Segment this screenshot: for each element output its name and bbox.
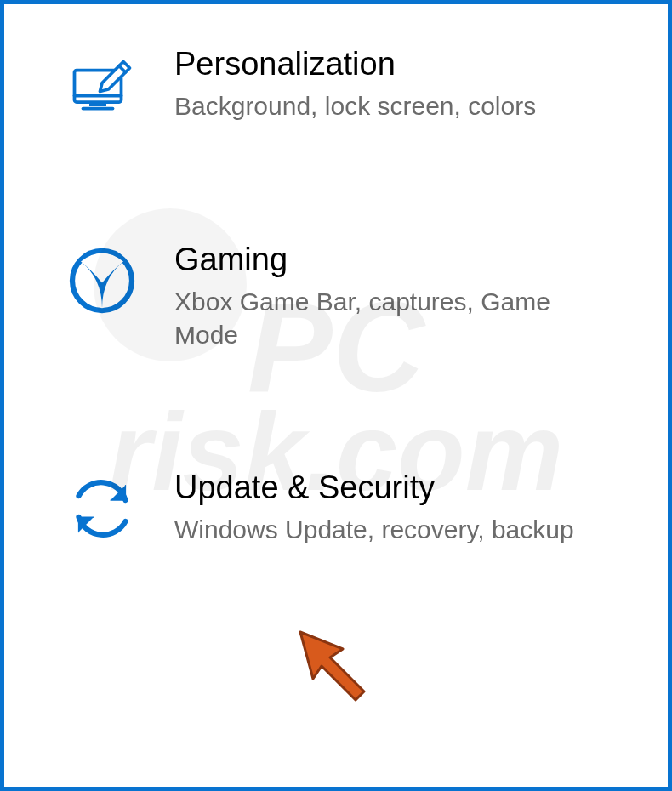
- item-title: Personalization: [174, 47, 634, 83]
- text-wrap: Update & Security Windows Update, recove…: [174, 470, 634, 546]
- text-wrap: Personalization Background, lock screen,…: [174, 47, 634, 122]
- item-title: Gaming: [174, 242, 634, 278]
- settings-item-update-security[interactable]: Update & Security Windows Update, recove…: [64, 470, 634, 547]
- item-desc: Background, lock screen, colors: [174, 89, 583, 122]
- text-wrap: Gaming Xbox Game Bar, captures, Game Mod…: [174, 242, 634, 351]
- settings-item-personalization[interactable]: Personalization Background, lock screen,…: [64, 47, 634, 123]
- item-title: Update & Security: [174, 470, 634, 506]
- update-security-icon: [64, 470, 140, 547]
- item-desc: Windows Update, recovery, backup: [174, 513, 583, 546]
- cursor-annotation-icon: [283, 615, 385, 717]
- item-desc: Xbox Game Bar, captures, Game Mode: [174, 285, 583, 351]
- svg-rect-2: [89, 102, 106, 106]
- gaming-icon: [64, 242, 140, 319]
- personalization-icon: [64, 47, 140, 123]
- settings-panel: PC risk.com Personalization Background, …: [0, 0, 672, 791]
- settings-item-gaming[interactable]: Gaming Xbox Game Bar, captures, Game Mod…: [64, 242, 634, 351]
